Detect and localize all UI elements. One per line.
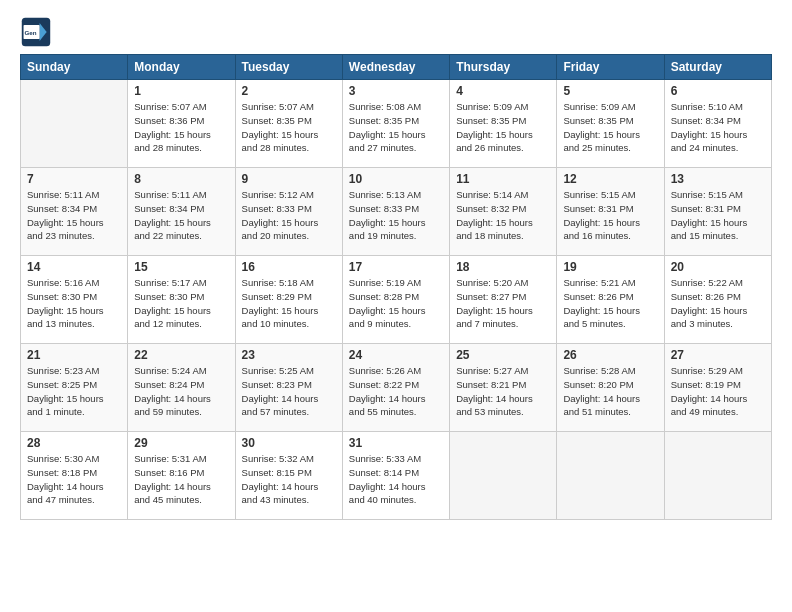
day-cell: 1Sunrise: 5:07 AM Sunset: 8:36 PM Daylig… bbox=[128, 80, 235, 168]
day-number: 29 bbox=[134, 436, 228, 450]
day-info: Sunrise: 5:14 AM Sunset: 8:32 PM Dayligh… bbox=[456, 188, 550, 243]
day-cell: 8Sunrise: 5:11 AM Sunset: 8:34 PM Daylig… bbox=[128, 168, 235, 256]
day-cell: 24Sunrise: 5:26 AM Sunset: 8:22 PM Dayli… bbox=[342, 344, 449, 432]
col-header-tuesday: Tuesday bbox=[235, 55, 342, 80]
day-info: Sunrise: 5:09 AM Sunset: 8:35 PM Dayligh… bbox=[563, 100, 657, 155]
day-info: Sunrise: 5:13 AM Sunset: 8:33 PM Dayligh… bbox=[349, 188, 443, 243]
day-number: 27 bbox=[671, 348, 765, 362]
day-number: 19 bbox=[563, 260, 657, 274]
day-info: Sunrise: 5:23 AM Sunset: 8:25 PM Dayligh… bbox=[27, 364, 121, 419]
week-row-2: 7Sunrise: 5:11 AM Sunset: 8:34 PM Daylig… bbox=[21, 168, 772, 256]
day-info: Sunrise: 5:08 AM Sunset: 8:35 PM Dayligh… bbox=[349, 100, 443, 155]
day-info: Sunrise: 5:27 AM Sunset: 8:21 PM Dayligh… bbox=[456, 364, 550, 419]
day-info: Sunrise: 5:11 AM Sunset: 8:34 PM Dayligh… bbox=[27, 188, 121, 243]
day-number: 17 bbox=[349, 260, 443, 274]
col-header-wednesday: Wednesday bbox=[342, 55, 449, 80]
day-number: 14 bbox=[27, 260, 121, 274]
day-info: Sunrise: 5:26 AM Sunset: 8:22 PM Dayligh… bbox=[349, 364, 443, 419]
day-cell: 4Sunrise: 5:09 AM Sunset: 8:35 PM Daylig… bbox=[450, 80, 557, 168]
day-number: 24 bbox=[349, 348, 443, 362]
calendar-container: Gen SundayMondayTuesdayWednesdayThursday… bbox=[0, 0, 792, 532]
day-cell bbox=[664, 432, 771, 520]
day-info: Sunrise: 5:17 AM Sunset: 8:30 PM Dayligh… bbox=[134, 276, 228, 331]
col-header-monday: Monday bbox=[128, 55, 235, 80]
day-info: Sunrise: 5:28 AM Sunset: 8:20 PM Dayligh… bbox=[563, 364, 657, 419]
day-info: Sunrise: 5:22 AM Sunset: 8:26 PM Dayligh… bbox=[671, 276, 765, 331]
day-info: Sunrise: 5:33 AM Sunset: 8:14 PM Dayligh… bbox=[349, 452, 443, 507]
day-cell: 3Sunrise: 5:08 AM Sunset: 8:35 PM Daylig… bbox=[342, 80, 449, 168]
day-number: 26 bbox=[563, 348, 657, 362]
day-cell: 6Sunrise: 5:10 AM Sunset: 8:34 PM Daylig… bbox=[664, 80, 771, 168]
day-number: 18 bbox=[456, 260, 550, 274]
day-cell: 29Sunrise: 5:31 AM Sunset: 8:16 PM Dayli… bbox=[128, 432, 235, 520]
day-info: Sunrise: 5:07 AM Sunset: 8:36 PM Dayligh… bbox=[134, 100, 228, 155]
day-number: 23 bbox=[242, 348, 336, 362]
day-number: 3 bbox=[349, 84, 443, 98]
day-cell bbox=[450, 432, 557, 520]
day-cell: 23Sunrise: 5:25 AM Sunset: 8:23 PM Dayli… bbox=[235, 344, 342, 432]
day-cell: 2Sunrise: 5:07 AM Sunset: 8:35 PM Daylig… bbox=[235, 80, 342, 168]
day-cell: 26Sunrise: 5:28 AM Sunset: 8:20 PM Dayli… bbox=[557, 344, 664, 432]
day-cell: 28Sunrise: 5:30 AM Sunset: 8:18 PM Dayli… bbox=[21, 432, 128, 520]
col-header-friday: Friday bbox=[557, 55, 664, 80]
day-number: 20 bbox=[671, 260, 765, 274]
day-info: Sunrise: 5:10 AM Sunset: 8:34 PM Dayligh… bbox=[671, 100, 765, 155]
day-info: Sunrise: 5:20 AM Sunset: 8:27 PM Dayligh… bbox=[456, 276, 550, 331]
day-cell: 15Sunrise: 5:17 AM Sunset: 8:30 PM Dayli… bbox=[128, 256, 235, 344]
day-number: 22 bbox=[134, 348, 228, 362]
day-cell: 20Sunrise: 5:22 AM Sunset: 8:26 PM Dayli… bbox=[664, 256, 771, 344]
day-info: Sunrise: 5:31 AM Sunset: 8:16 PM Dayligh… bbox=[134, 452, 228, 507]
day-number: 13 bbox=[671, 172, 765, 186]
day-cell: 14Sunrise: 5:16 AM Sunset: 8:30 PM Dayli… bbox=[21, 256, 128, 344]
day-number: 31 bbox=[349, 436, 443, 450]
day-cell: 19Sunrise: 5:21 AM Sunset: 8:26 PM Dayli… bbox=[557, 256, 664, 344]
day-cell: 10Sunrise: 5:13 AM Sunset: 8:33 PM Dayli… bbox=[342, 168, 449, 256]
day-cell bbox=[21, 80, 128, 168]
day-info: Sunrise: 5:16 AM Sunset: 8:30 PM Dayligh… bbox=[27, 276, 121, 331]
day-cell: 31Sunrise: 5:33 AM Sunset: 8:14 PM Dayli… bbox=[342, 432, 449, 520]
day-cell: 9Sunrise: 5:12 AM Sunset: 8:33 PM Daylig… bbox=[235, 168, 342, 256]
day-info: Sunrise: 5:12 AM Sunset: 8:33 PM Dayligh… bbox=[242, 188, 336, 243]
day-info: Sunrise: 5:15 AM Sunset: 8:31 PM Dayligh… bbox=[563, 188, 657, 243]
day-cell: 22Sunrise: 5:24 AM Sunset: 8:24 PM Dayli… bbox=[128, 344, 235, 432]
day-cell: 27Sunrise: 5:29 AM Sunset: 8:19 PM Dayli… bbox=[664, 344, 771, 432]
day-number: 25 bbox=[456, 348, 550, 362]
day-number: 9 bbox=[242, 172, 336, 186]
day-number: 5 bbox=[563, 84, 657, 98]
day-cell: 16Sunrise: 5:18 AM Sunset: 8:29 PM Dayli… bbox=[235, 256, 342, 344]
day-number: 28 bbox=[27, 436, 121, 450]
day-info: Sunrise: 5:29 AM Sunset: 8:19 PM Dayligh… bbox=[671, 364, 765, 419]
day-cell: 12Sunrise: 5:15 AM Sunset: 8:31 PM Dayli… bbox=[557, 168, 664, 256]
day-number: 4 bbox=[456, 84, 550, 98]
day-number: 10 bbox=[349, 172, 443, 186]
day-info: Sunrise: 5:11 AM Sunset: 8:34 PM Dayligh… bbox=[134, 188, 228, 243]
day-info: Sunrise: 5:15 AM Sunset: 8:31 PM Dayligh… bbox=[671, 188, 765, 243]
day-number: 12 bbox=[563, 172, 657, 186]
col-header-saturday: Saturday bbox=[664, 55, 771, 80]
day-info: Sunrise: 5:25 AM Sunset: 8:23 PM Dayligh… bbox=[242, 364, 336, 419]
day-number: 7 bbox=[27, 172, 121, 186]
day-number: 6 bbox=[671, 84, 765, 98]
header-row: SundayMondayTuesdayWednesdayThursdayFrid… bbox=[21, 55, 772, 80]
day-cell: 11Sunrise: 5:14 AM Sunset: 8:32 PM Dayli… bbox=[450, 168, 557, 256]
day-cell: 13Sunrise: 5:15 AM Sunset: 8:31 PM Dayli… bbox=[664, 168, 771, 256]
day-cell: 30Sunrise: 5:32 AM Sunset: 8:15 PM Dayli… bbox=[235, 432, 342, 520]
week-row-1: 1Sunrise: 5:07 AM Sunset: 8:36 PM Daylig… bbox=[21, 80, 772, 168]
day-cell: 25Sunrise: 5:27 AM Sunset: 8:21 PM Dayli… bbox=[450, 344, 557, 432]
day-info: Sunrise: 5:21 AM Sunset: 8:26 PM Dayligh… bbox=[563, 276, 657, 331]
svg-text:Gen: Gen bbox=[24, 29, 36, 36]
day-number: 16 bbox=[242, 260, 336, 274]
week-row-3: 14Sunrise: 5:16 AM Sunset: 8:30 PM Dayli… bbox=[21, 256, 772, 344]
day-number: 21 bbox=[27, 348, 121, 362]
day-number: 30 bbox=[242, 436, 336, 450]
day-cell bbox=[557, 432, 664, 520]
week-row-4: 21Sunrise: 5:23 AM Sunset: 8:25 PM Dayli… bbox=[21, 344, 772, 432]
day-info: Sunrise: 5:18 AM Sunset: 8:29 PM Dayligh… bbox=[242, 276, 336, 331]
day-cell: 18Sunrise: 5:20 AM Sunset: 8:27 PM Dayli… bbox=[450, 256, 557, 344]
day-cell: 7Sunrise: 5:11 AM Sunset: 8:34 PM Daylig… bbox=[21, 168, 128, 256]
day-number: 1 bbox=[134, 84, 228, 98]
day-info: Sunrise: 5:32 AM Sunset: 8:15 PM Dayligh… bbox=[242, 452, 336, 507]
day-cell: 5Sunrise: 5:09 AM Sunset: 8:35 PM Daylig… bbox=[557, 80, 664, 168]
logo-icon: Gen bbox=[20, 16, 52, 48]
day-number: 2 bbox=[242, 84, 336, 98]
